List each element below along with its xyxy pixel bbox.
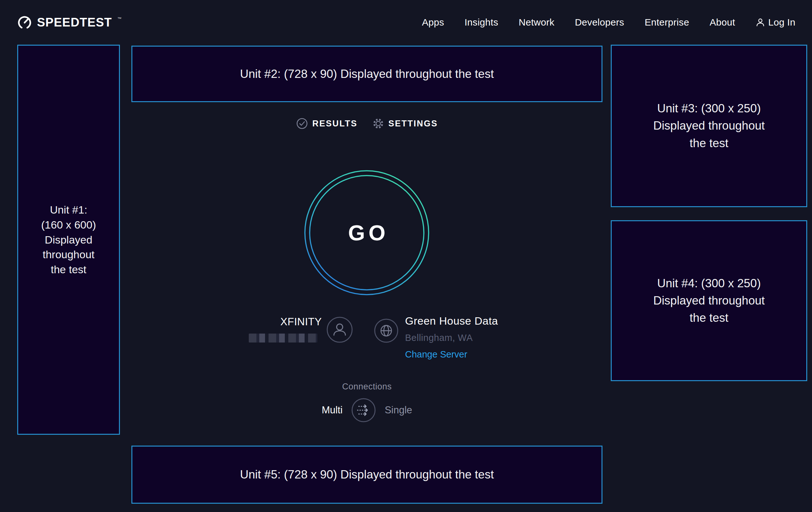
isp-user-icon [326,316,353,343]
logo-text: SPEEDTEST [37,16,112,29]
server-location: Bellingham, WA [405,332,498,343]
connections-row: Multi Single [132,398,603,423]
change-server-link[interactable]: Change Server [405,349,467,360]
ad-unit-4-text: Unit #4: (300 x 250) Displayed throughou… [653,275,765,327]
server-name: Green House Data [405,315,498,327]
tab-results-label: RESULTS [312,119,357,129]
ad-unit-3-text: Unit #3: (300 x 250) Displayed throughou… [653,100,765,152]
tab-results[interactable]: RESULTS [296,117,357,130]
tab-settings[interactable]: SETTINGS [372,117,438,130]
ad-unit-2-text: Unit #2: (728 x 90) Displayed throughout… [240,68,494,81]
nav-item-developers[interactable]: Developers [575,17,624,28]
nav-item-apps[interactable]: Apps [422,17,444,28]
logo-trademark: ™ [117,16,121,21]
nav-item-network[interactable]: Network [519,17,554,28]
gear-icon [372,117,384,130]
login-label: Log In [768,17,795,28]
connections-section: Connections Multi Single [132,382,603,423]
ad-unit-5-text: Unit #5: (728 x 90) Displayed throughout… [240,468,494,481]
connection-info: XFINITY Green House Data Bellingham, WA … [132,315,603,378]
connections-multi-label[interactable]: Multi [322,404,343,416]
nav-menu: Apps Insights Network Developers Enterpr… [422,17,795,28]
ad-unit-1[interactable]: Unit #1: (160 x 600) Displayed throughou… [17,45,120,435]
connections-single-label[interactable]: Single [385,404,412,416]
speedtest-logo[interactable]: SPEEDTEST ™ [17,15,121,30]
view-tabs: RESULTS SETTINGS [132,117,603,130]
nav-item-about[interactable]: About [709,17,735,28]
ad-unit-1-text: Unit #1: (160 x 600) Displayed throughou… [41,203,96,277]
speedtest-page: { "nav": { "logo": { "text": "SPEEDTEST"… [0,0,812,512]
redacted-ip-text [249,333,317,343]
nav-item-insights[interactable]: Insights [464,17,498,28]
connections-toggle-icon[interactable] [351,398,376,423]
gauge-icon [17,15,32,30]
connections-title: Connections [132,382,603,392]
check-circle-icon [296,117,308,130]
server-globe-icon [374,318,399,343]
ad-unit-4[interactable]: Unit #4: (300 x 250) Displayed throughou… [611,220,807,381]
go-button-label: GO [304,170,430,296]
user-icon [756,18,765,27]
ad-unit-5[interactable]: Unit #5: (728 x 90) Displayed throughout… [132,446,603,504]
ad-unit-2[interactable]: Unit #2: (728 x 90) Displayed throughout… [132,46,603,102]
isp-name: XFINITY [280,316,322,328]
login-button[interactable]: Log In [756,17,795,28]
tab-settings-label: SETTINGS [388,119,438,129]
go-button[interactable]: GO [304,170,430,296]
server-block: Green House Data Bellingham, WA Change S… [405,315,498,360]
ad-unit-3[interactable]: Unit #3: (300 x 250) Displayed throughou… [611,45,807,207]
nav-item-enterprise[interactable]: Enterprise [644,17,689,28]
top-nav: SPEEDTEST ™ Apps Insights Network Develo… [0,0,812,45]
